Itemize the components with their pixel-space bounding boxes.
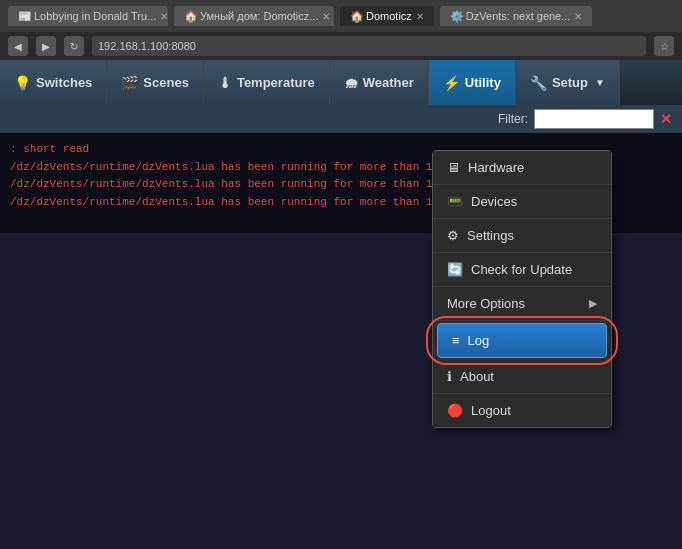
more-options-arrow-icon: ▶ xyxy=(589,297,597,310)
scenes-label: Scenes xyxy=(143,75,189,90)
hardware-label: Hardware xyxy=(468,160,524,175)
address-input[interactable] xyxy=(92,36,646,56)
tab1-close[interactable]: ✕ xyxy=(160,11,168,22)
scenes-icon: 🎬 xyxy=(121,75,138,91)
logout-label: Logout xyxy=(471,403,511,418)
switches-icon: 💡 xyxy=(14,75,31,91)
logout-icon: 🔴 xyxy=(447,403,463,418)
devices-icon: 📟 xyxy=(447,194,463,209)
settings-icon: ⚙ xyxy=(447,228,459,243)
temperature-icon: 🌡 xyxy=(218,75,232,91)
filter-clear-button[interactable]: ✕ xyxy=(660,111,672,127)
address-bar: ◀ ▶ ↻ ☆ xyxy=(0,32,682,60)
settings-label: Settings xyxy=(467,228,514,243)
back-button[interactable]: ◀ xyxy=(8,36,28,56)
weather-icon: 🌧 xyxy=(344,75,358,91)
setup-label: Setup xyxy=(552,75,588,90)
nav-tab-temperature[interactable]: 🌡 Temperature xyxy=(204,60,330,105)
menu-item-settings[interactable]: ⚙ Settings xyxy=(433,219,611,253)
nav-tab-utility[interactable]: ⚡ Utility xyxy=(429,60,516,105)
menu-item-hardware[interactable]: 🖥 Hardware xyxy=(433,151,611,185)
setup-dropdown-arrow: ▼ xyxy=(595,77,605,88)
check-update-icon: 🔄 xyxy=(447,262,463,277)
tab3-label: Domoticz xyxy=(366,10,412,22)
tab4-label: DzVents: next gene... xyxy=(466,10,571,22)
tab-2[interactable]: 🏠 Умный дом: Domoticz... ✕ xyxy=(174,6,334,26)
about-label: About xyxy=(460,369,494,384)
menu-item-more-options[interactable]: More Options ▶ xyxy=(433,287,611,321)
app-nav-bar: 💡 Switches 🎬 Scenes 🌡 Temperature 🌧 Weat… xyxy=(0,60,682,105)
tab3-close[interactable]: ✕ xyxy=(416,11,424,22)
menu-item-check-update[interactable]: 🔄 Check for Update xyxy=(433,253,611,287)
dropdown-container: 🖥 Hardware 📟 Devices ⚙ Settings 🔄 Check … xyxy=(432,150,612,428)
devices-label: Devices xyxy=(471,194,517,209)
switches-label: Switches xyxy=(36,75,92,90)
tab2-close[interactable]: ✕ xyxy=(322,11,330,22)
bookmark-button[interactable]: ☆ xyxy=(654,36,674,56)
nav-tab-switches[interactable]: 💡 Switches xyxy=(0,60,107,105)
utility-label: Utility xyxy=(465,75,501,90)
tab4-favicon: ⚙️ xyxy=(450,10,462,22)
setup-icon: 🔧 xyxy=(530,75,547,91)
about-icon: ℹ xyxy=(447,369,452,384)
utility-icon: ⚡ xyxy=(443,75,460,91)
nav-tab-setup[interactable]: 🔧 Setup ▼ xyxy=(516,60,620,105)
nav-tab-weather[interactable]: 🌧 Weather xyxy=(330,60,429,105)
menu-item-logout[interactable]: 🔴 Logout xyxy=(433,394,611,427)
tab3-favicon: 🏠 xyxy=(350,10,362,22)
filter-label: Filter: xyxy=(498,112,528,126)
nav-tab-scenes[interactable]: 🎬 Scenes xyxy=(107,60,204,105)
menu-item-log[interactable]: ≡ Log xyxy=(437,323,607,358)
main-content: Filter: ✕ : short read /dz/dzVents/runti… xyxy=(0,105,682,549)
more-options-label: More Options xyxy=(447,296,525,311)
tab2-label: Умный дом: Domoticz... xyxy=(200,10,318,22)
temperature-label: Temperature xyxy=(237,75,315,90)
filter-input[interactable] xyxy=(534,109,654,129)
tab2-favicon: 🏠 xyxy=(184,10,196,22)
hardware-icon: 🖥 xyxy=(447,160,460,175)
tab-4[interactable]: ⚙️ DzVents: next gene... ✕ xyxy=(440,6,593,26)
refresh-button[interactable]: ↻ xyxy=(64,36,84,56)
tab1-label: Lobbying in Donald Tru... xyxy=(34,10,156,22)
menu-item-about[interactable]: ℹ About xyxy=(433,360,611,394)
tab-1[interactable]: 📰 Lobbying in Donald Tru... ✕ xyxy=(8,6,168,26)
browser-tab-bar: 📰 Lobbying in Donald Tru... ✕ 🏠 Умный до… xyxy=(0,0,682,32)
forward-button[interactable]: ▶ xyxy=(36,36,56,56)
tab4-close[interactable]: ✕ xyxy=(574,11,582,22)
tab1-favicon: 📰 xyxy=(18,10,30,22)
filter-bar: Filter: ✕ xyxy=(0,105,682,133)
menu-item-devices[interactable]: 📟 Devices xyxy=(433,185,611,219)
log-icon: ≡ xyxy=(452,333,460,348)
tab-3[interactable]: 🏠 Domoticz ✕ xyxy=(340,6,434,26)
check-update-label: Check for Update xyxy=(471,262,572,277)
weather-label: Weather xyxy=(363,75,414,90)
log-label: Log xyxy=(468,333,490,348)
